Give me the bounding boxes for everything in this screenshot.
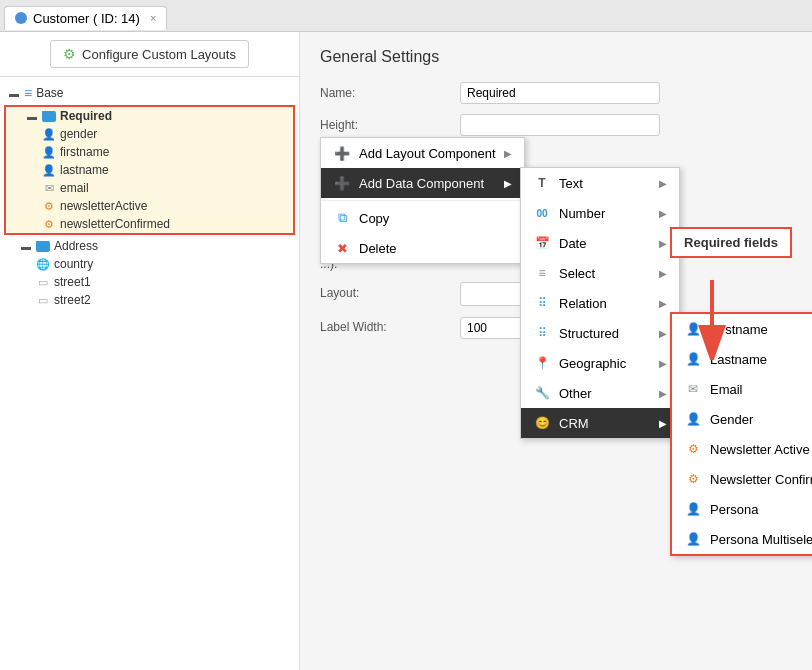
label-width-spinner: ▲ ▼ (460, 316, 660, 340)
configure-label: Configure Custom Layouts (82, 47, 236, 62)
crm-field-newsletter-active[interactable]: ⚙ Newsletter Active (672, 434, 812, 464)
tree-item-base[interactable]: ▬ ≡ Base (0, 83, 299, 103)
tab-bar: Customer ( ID: 14) × (0, 0, 812, 32)
collapse-icon-address: ▬ (20, 240, 32, 252)
customer-tab[interactable]: Customer ( ID: 14) × (4, 6, 167, 30)
label-width-input[interactable] (460, 317, 530, 339)
crm-field-persona[interactable]: 👤 Persona (672, 494, 812, 524)
layout-select[interactable] (460, 282, 660, 306)
required-label: Required (60, 109, 112, 123)
label-width-control: ▲ ▼ (460, 316, 660, 340)
height-label: Height: (320, 114, 460, 132)
spinner-up-button[interactable]: ▲ (532, 316, 548, 328)
submenu-item-crm[interactable]: 😊 CRM ▶ (521, 408, 679, 438)
tree-item-street1[interactable]: ▭ street1 (0, 273, 299, 291)
panel-title: General Settings (320, 48, 792, 66)
name-label: Name: (320, 82, 460, 100)
layout-label: Layout: (320, 282, 460, 300)
firstname-label: firstname (60, 145, 109, 159)
height-input[interactable] (460, 114, 660, 136)
layout-row: Layout: (320, 282, 792, 306)
base-label: Base (36, 86, 63, 100)
configure-custom-layouts-button[interactable]: ⚙ Configure Custom Layouts (50, 40, 249, 68)
other-label: Other (559, 386, 651, 401)
newsletter-active-icon: ⚙ (42, 199, 56, 213)
address-label: Address (54, 239, 98, 253)
name-row: Name: (320, 82, 792, 104)
email-icon: ✉ (42, 181, 56, 195)
crm-persona-multiselect-icon: 👤 (684, 530, 702, 548)
crm-field-persona-multiselect[interactable]: 👤 Persona Multiselect (672, 524, 812, 554)
crm-newsletter-confirmed-icon: ⚙ (684, 470, 702, 488)
label-width-label: Label Width: (320, 316, 460, 334)
delete-icon: ✖ (333, 239, 351, 257)
crm-field-gender[interactable]: 👤 Gender (672, 404, 812, 434)
crm-gender-icon: 👤 (684, 410, 702, 428)
context-menu-item-add-data[interactable]: ➕ Add Data Component ▶ (321, 168, 524, 198)
tree-item-required[interactable]: ▬ Required (6, 107, 293, 125)
add-layout-icon: ➕ (333, 144, 351, 162)
left-panel: ⚙ Configure Custom Layouts ▬ ≡ Base ▬ Re… (0, 32, 300, 670)
copy-icon: ⧉ (333, 209, 351, 227)
crm-email-icon: ✉ (684, 380, 702, 398)
tree-item-email[interactable]: ✉ email (6, 179, 293, 197)
crm-arrow: ▶ (659, 418, 667, 429)
crm-newsletter-active-label: Newsletter Active (710, 442, 810, 457)
spinner-down-button[interactable]: ▼ (532, 328, 548, 340)
collapse-icon-required: ▬ (26, 110, 38, 122)
context-menu-item-delete[interactable]: ✖ Delete (321, 233, 524, 263)
add-layout-arrow: ▶ (504, 148, 512, 159)
crm-field-newsletter-confirmed[interactable]: ⚙ Newsletter Confirmed (672, 464, 812, 494)
height-control (460, 114, 660, 136)
tree-item-country[interactable]: 🌐 country (0, 255, 299, 273)
folder-required-icon (42, 111, 56, 122)
context-menu: ➕ Add Layout Component ▶ ➕ Add Data Comp… (320, 137, 525, 264)
tab-close-button[interactable]: × (150, 12, 156, 24)
street1-label: street1 (54, 275, 91, 289)
context-menu-item-add-layout[interactable]: ➕ Add Layout Component ▶ (321, 138, 524, 168)
layout-control (460, 282, 660, 306)
context-menu-item-copy[interactable]: ⧉ Copy (321, 203, 524, 233)
gender-label: gender (60, 127, 97, 141)
name-control (460, 82, 660, 104)
lastname-icon: 👤 (42, 163, 56, 177)
add-data-icon: ➕ (333, 174, 351, 192)
main-layout: ⚙ Configure Custom Layouts ▬ ≡ Base ▬ Re… (0, 32, 812, 670)
crm-persona-label: Persona (710, 502, 758, 517)
add-data-arrow: ▶ (504, 178, 512, 189)
spinner-buttons: ▲ ▼ (532, 316, 548, 340)
firstname-icon: 👤 (42, 145, 56, 159)
crm-gender-label: Gender (710, 412, 753, 427)
tree-item-lastname[interactable]: 👤 lastname (6, 161, 293, 179)
add-layout-label: Add Layout Component (359, 146, 496, 161)
tree-item-street2[interactable]: ▭ street2 (0, 291, 299, 309)
email-label: email (60, 181, 89, 195)
crm-field-email[interactable]: ✉ Email (672, 374, 812, 404)
tree: ▬ ≡ Base ▬ Required 👤 gender 👤 (0, 77, 299, 315)
tree-item-gender[interactable]: 👤 gender (6, 125, 293, 143)
newsletter-confirmed-icon: ⚙ (42, 217, 56, 231)
submenu-item-other[interactable]: 🔧 Other ▶ (521, 378, 679, 408)
collapse-icon-base: ▬ (8, 87, 20, 99)
required-group: ▬ Required 👤 gender 👤 firstname 👤 l (4, 105, 295, 235)
crm-icon: 😊 (533, 414, 551, 432)
tree-item-newsletter-active[interactable]: ⚙ newsletterActive (6, 197, 293, 215)
tab-icon (15, 12, 27, 24)
newsletter-confirmed-label: newsletterConfirmed (60, 217, 170, 231)
street2-label: street2 (54, 293, 91, 307)
gender-icon: 👤 (42, 127, 56, 141)
base-list-icon: ≡ (24, 85, 32, 101)
tree-item-address[interactable]: ▬ Address (0, 237, 299, 255)
crm-persona-multiselect-label: Persona Multiselect (710, 532, 812, 547)
name-input[interactable] (460, 82, 660, 104)
tree-item-newsletter-confirmed[interactable]: ⚙ newsletterConfirmed (6, 215, 293, 233)
label-width-row: Label Width: ▲ ▼ (320, 316, 792, 340)
tree-item-firstname[interactable]: 👤 firstname (6, 143, 293, 161)
newsletter-active-label: newsletterActive (60, 199, 147, 213)
country-icon: 🌐 (36, 257, 50, 271)
folder-address-icon (36, 241, 50, 252)
crm-label: CRM (559, 416, 651, 431)
copy-label: Copy (359, 211, 512, 226)
other-icon: 🔧 (533, 384, 551, 402)
configure-icon: ⚙ (63, 46, 76, 62)
